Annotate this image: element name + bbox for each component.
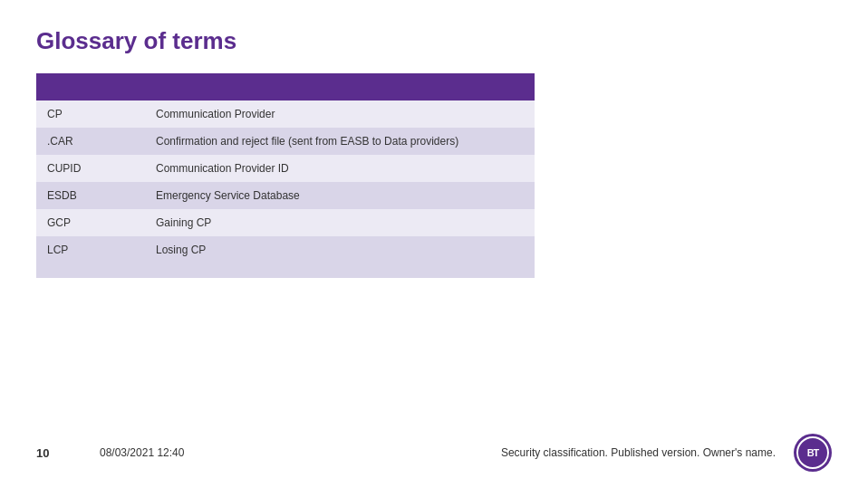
table-row: GCPGaining CP xyxy=(36,209,535,236)
term-cell: GCP xyxy=(36,209,145,236)
bt-logo-inner: BT xyxy=(796,436,829,469)
definition-cell: Emergency Service Database xyxy=(145,182,535,209)
header-col2 xyxy=(145,73,535,100)
table-row: CPCommunication Provider xyxy=(36,100,535,128)
footer-security: Security classification. Published versi… xyxy=(501,446,776,459)
footer: 10 08/03/2021 12:40 Security classificat… xyxy=(0,434,868,472)
definition-cell xyxy=(145,263,535,278)
definition-cell: Communication Provider xyxy=(145,100,535,128)
table-row: LCPLosing CP xyxy=(36,236,535,263)
definition-cell: Communication Provider ID xyxy=(145,155,535,182)
page-content: Glossary of terms CPCommunication Provid… xyxy=(0,0,868,296)
definition-cell: Gaining CP xyxy=(145,209,535,236)
footer-date: 08/03/2021 12:40 xyxy=(100,446,184,459)
header-col1 xyxy=(36,73,145,100)
table-row: CUPIDCommunication Provider ID xyxy=(36,155,535,182)
table-row: .CARConfirmation and reject file (sent f… xyxy=(36,128,535,155)
term-cell: CUPID xyxy=(36,155,145,182)
glossary-table: CPCommunication Provider.CARConfirmation… xyxy=(36,73,535,278)
table-row: ESDBEmergency Service Database xyxy=(36,182,535,209)
page-title: Glossary of terms xyxy=(36,27,832,55)
term-cell: .CAR xyxy=(36,128,145,155)
term-cell: ESDB xyxy=(36,182,145,209)
term-cell: CP xyxy=(36,100,145,128)
term-cell xyxy=(36,263,145,278)
term-cell: LCP xyxy=(36,236,145,263)
definition-cell: Losing CP xyxy=(145,236,535,263)
table-header-row xyxy=(36,73,535,100)
definition-cell: Confirmation and reject file (sent from … xyxy=(145,128,535,155)
bt-logo: BT xyxy=(794,434,832,472)
table-row xyxy=(36,263,535,278)
bt-logo-text: BT xyxy=(807,447,819,458)
page-number: 10 xyxy=(36,446,63,460)
